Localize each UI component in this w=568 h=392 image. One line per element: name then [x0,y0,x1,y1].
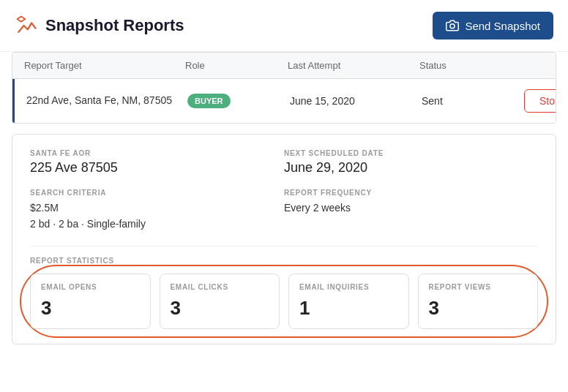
stat-value: 3 [41,297,140,320]
report-target-cell: 22nd Ave, Santa Fe, NM, 87505 [26,94,187,108]
table-row: 22nd Ave, Santa Fe, NM, 87505 BUYER June… [12,79,556,123]
col-action [522,60,544,71]
detail-card: SANTA FE AOR 225 Ave 87505 NEXT SCHEDULE… [12,134,556,344]
stats-section-label: REPORT STATISTICS [30,257,538,265]
stat-card: EMAIL INQUIRIES 1 [288,274,409,329]
next-date-value: June 29, 2020 [284,160,538,176]
col-last-attempt: Last Attempt [288,60,419,71]
col-status: Status [419,60,522,71]
col-report-target: Report Target [24,60,185,71]
report-frequency-label: REPORT FREQUENCY [284,189,538,197]
stat-card: EMAIL OPENS 3 [30,274,151,329]
stat-card: REPORT VIEWS 3 [418,274,539,329]
stat-value: 3 [171,297,269,320]
table-header-row: Report Target Role Last Attempt Status [12,53,556,79]
status-cell: Sent [422,95,524,107]
stat-value: 3 [429,297,528,320]
camera-icon [446,19,459,32]
aor-section: SANTA FE AOR 225 Ave 87505 [30,149,284,176]
card-divider [30,246,538,246]
role-cell: BUYER [187,94,290,108]
search-criteria-label: SEARCH CRITERIA [30,189,284,197]
stat-card: EMAIL CLICKS 3 [160,274,280,329]
report-table: Report Target Role Last Attempt Status 2… [12,52,556,124]
stats-row: EMAIL OPENS 3 EMAIL CLICKS 3 EMAIL INQUI… [30,274,538,329]
detail-grid: SANTA FE AOR 225 Ave 87505 NEXT SCHEDULE… [30,149,538,233]
next-date-label: NEXT SCHEDULED DATE [284,149,538,157]
stop-button[interactable]: Stop [524,89,556,113]
col-role: Role [185,60,288,71]
stat-label: REPORT VIEWS [429,283,528,291]
page-title: Snapshot Reports [45,16,184,35]
aor-label: SANTA FE AOR [30,149,284,157]
report-frequency-value: Every 2 weeks [284,200,538,216]
report-frequency-section: REPORT FREQUENCY Every 2 weeks [284,189,538,233]
aor-value: 225 Ave 87505 [30,160,284,176]
snapshot-logo-icon [15,14,38,37]
header-left: Snapshot Reports [15,14,184,37]
stats-row-wrapper: EMAIL OPENS 3 EMAIL CLICKS 3 EMAIL INQUI… [30,274,538,329]
svg-point-0 [450,24,455,29]
last-attempt-cell: June 15, 2020 [290,95,422,107]
next-date-section: NEXT SCHEDULED DATE June 29, 2020 [284,149,538,176]
stat-label: EMAIL INQUIRIES [299,283,398,291]
stat-label: EMAIL CLICKS [171,283,269,291]
send-snapshot-button[interactable]: Send Snapshot [433,12,553,39]
stat-label: EMAIL OPENS [41,283,140,291]
buyer-badge: BUYER [187,94,231,108]
search-criteria-section: SEARCH CRITERIA $2.5M 2 bd · 2 ba · Sing… [30,189,284,233]
search-criteria-value: $2.5M 2 bd · 2 ba · Single-family [30,200,284,233]
page-header: Snapshot Reports Send Snapshot [0,0,568,52]
stop-cell: Stop [524,89,556,113]
stat-value: 1 [299,297,398,320]
send-snapshot-label: Send Snapshot [465,20,540,32]
